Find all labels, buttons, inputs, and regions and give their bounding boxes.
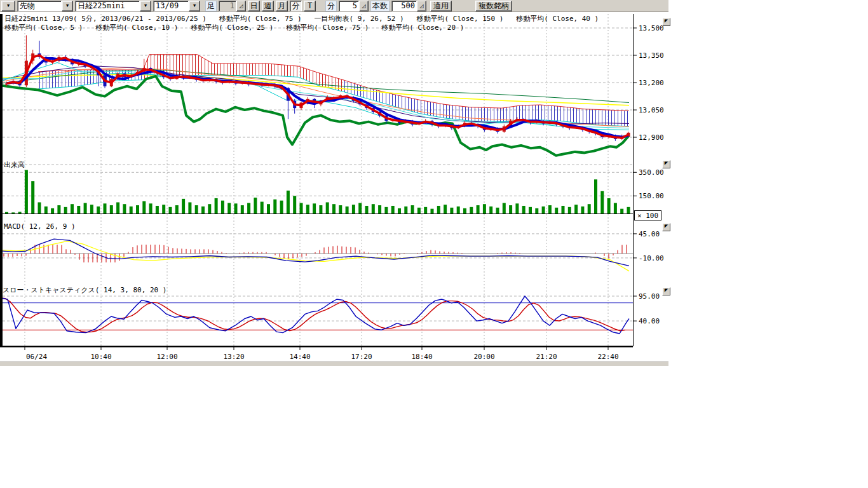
svg-text:13,050: 13,050: [639, 106, 664, 114]
stoch-pane-collapse-icon[interactable]: ◤: [662, 287, 670, 295]
svg-text:13,200: 13,200: [639, 79, 664, 87]
macd-pane-label: MACD( 12, 26, 9 ): [4, 222, 76, 231]
volume-pane-collapse-icon[interactable]: ◤: [662, 160, 670, 168]
svg-text:13,500: 13,500: [639, 24, 664, 32]
window-bottom-edge: [0, 362, 668, 366]
svg-text:40.00: 40.00: [639, 317, 660, 325]
chart-application-window: ▼ 先物 ▼ 日経225mini ▼ 13/09 ▼ 足 1 ◿ 日 週 月 分…: [0, 0, 868, 488]
chart-header-line1: 日経225mini 13/09( 5分, 2013/06/21 - 2013/0…: [4, 15, 599, 23]
svg-text:17:20: 17:20: [351, 353, 372, 361]
svg-text:06/24: 06/24: [26, 353, 47, 361]
svg-text:12:00: 12:00: [156, 353, 177, 361]
volume-multiplier-box: × 100: [634, 210, 661, 220]
svg-text:95.00: 95.00: [639, 292, 660, 301]
svg-text:13:20: 13:20: [223, 353, 244, 361]
svg-text:21:20: 21:20: [536, 353, 557, 361]
price-pane-collapse-icon[interactable]: ◤: [662, 18, 670, 26]
svg-text:10:40: 10:40: [90, 353, 111, 361]
chart-header-line2: 移動平均( Close, 5 ) 移動平均( Close, 10 ) 移動平均(…: [4, 24, 464, 32]
svg-text:350.00: 350.00: [639, 168, 664, 177]
svg-text:-10.00: -10.00: [639, 254, 664, 262]
stoch-pane-label: スロー・ストキャスティクス( 14, 3, 80, 20 ): [3, 285, 166, 295]
svg-text:150.00: 150.00: [639, 192, 664, 200]
volume-pane-label: 出来高: [4, 160, 25, 170]
svg-text:14:40: 14:40: [289, 353, 310, 361]
svg-text:18:40: 18:40: [411, 353, 432, 361]
macd-pane-collapse-icon[interactable]: ◤: [662, 223, 670, 231]
svg-text:13,350: 13,350: [639, 51, 664, 60]
svg-text:20:00: 20:00: [473, 353, 494, 361]
svg-text:45.00: 45.00: [639, 230, 660, 238]
svg-text:22:40: 22:40: [597, 353, 618, 361]
chart-canvas[interactable]: 13,50013,35013,20013,05012,900350.00150.…: [0, 0, 671, 366]
svg-text:12,900: 12,900: [639, 133, 664, 142]
